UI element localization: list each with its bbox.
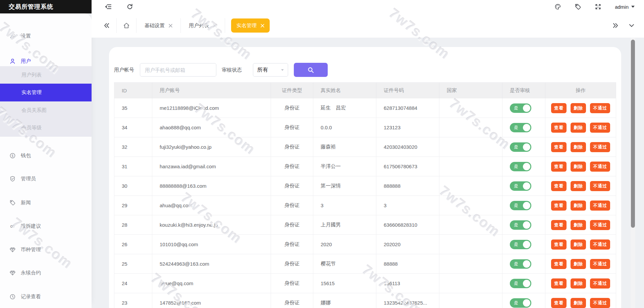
view-button[interactable]: 查看 [551, 181, 567, 191]
reject-button[interactable]: 不通过 [590, 181, 610, 191]
sidebar-item-settings[interactable]: 设置 [0, 29, 92, 43]
status-select[interactable]: 所有 [253, 63, 288, 77]
reject-button[interactable]: 不通过 [590, 103, 610, 113]
reject-button[interactable]: 不通过 [590, 162, 610, 172]
reject-button[interactable]: 不通过 [590, 201, 610, 211]
delete-button[interactable]: 删除 [571, 259, 586, 269]
toggle-label: 是 [514, 162, 518, 171]
cell-audited: 是 [502, 215, 545, 234]
col-header-id-number: 证件号码 [376, 83, 439, 98]
user-menu[interactable]: admin [615, 4, 635, 10]
audit-toggle-on[interactable]: 是 [510, 123, 531, 132]
reject-button[interactable]: 不通过 [590, 298, 610, 308]
sidebar-item-perpetual-contract[interactable]: 永续合约 [0, 266, 92, 279]
delete-button[interactable]: 删除 [571, 123, 586, 133]
reject-button[interactable]: 不通过 [590, 278, 610, 289]
theme-palette-icon[interactable] [554, 3, 561, 10]
cell-id: 30 [114, 176, 152, 195]
cell-id: 29 [114, 196, 152, 215]
sidebar-item-currency-management[interactable]: 币种管理 [0, 243, 92, 256]
reject-button[interactable]: 不通过 [590, 142, 610, 152]
reject-button[interactable]: 不通过 [590, 220, 610, 230]
view-button[interactable]: 查看 [551, 142, 567, 152]
delete-button[interactable]: 删除 [571, 181, 586, 191]
sidebar-item-label: 设置 [21, 33, 31, 39]
tabs-menu-chevron-icon[interactable] [628, 22, 635, 29]
delete-button[interactable]: 删除 [571, 220, 586, 230]
sidebar-item-wallet[interactable]: $ 钱包 [0, 149, 92, 162]
delete-button[interactable]: 删除 [571, 142, 586, 152]
sidebar-item-news[interactable]: 新闻 [0, 196, 92, 209]
delete-button[interactable]: 删除 [571, 162, 586, 172]
view-button[interactable]: 查看 [551, 201, 567, 211]
delete-button[interactable]: 删除 [571, 201, 586, 211]
tabs-scroll-right-icon[interactable] [612, 22, 619, 29]
sidebar-item-member-relation-graph[interactable]: 会员关系图 [0, 101, 92, 119]
audit-toggle-on[interactable]: 是 [510, 259, 531, 269]
tag-icon[interactable] [575, 3, 581, 10]
sidebar-item-admin[interactable]: 管理员 [0, 172, 92, 185]
collapse-sidebar-icon[interactable] [105, 3, 112, 10]
reject-button[interactable]: 不通过 [590, 123, 610, 133]
search-button[interactable] [294, 63, 328, 77]
delete-button[interactable]: 删除 [571, 298, 586, 308]
col-header-audited: 是否审核 [502, 83, 545, 98]
view-button[interactable]: 查看 [551, 278, 567, 289]
view-button[interactable]: 查看 [551, 162, 567, 172]
cell-id: 24 [114, 274, 152, 293]
chevron-down-icon [631, 6, 635, 8]
cell-id-number: 888888 [376, 176, 439, 195]
fullscreen-icon[interactable] [595, 3, 601, 10]
view-button[interactable]: 查看 [551, 259, 567, 269]
toggle-label: 是 [514, 123, 518, 132]
cell-id-type: 身份证 [271, 176, 313, 195]
reject-button[interactable]: 不通过 [590, 259, 610, 269]
tab-label: 用户列表 [189, 23, 209, 29]
view-button[interactable]: 查看 [551, 220, 567, 230]
delete-button[interactable]: 删除 [571, 239, 586, 250]
svg-text:$: $ [11, 154, 13, 158]
audit-toggle-on[interactable]: 是 [510, 298, 531, 308]
toggle-knob [523, 143, 530, 151]
audit-toggle-on[interactable]: 是 [510, 103, 531, 113]
home-tab-icon[interactable] [123, 22, 130, 29]
audit-toggle-on[interactable]: 是 [510, 162, 531, 171]
status-select-value: 所有 [257, 67, 268, 74]
close-icon[interactable] [213, 24, 217, 28]
audit-toggle-on[interactable]: 是 [510, 220, 531, 230]
sidebar-item-user-list[interactable]: 用户列表 [0, 66, 92, 84]
sidebar-item-realname-management[interactable]: 实名管理 [0, 84, 92, 101]
sidebar-item-user[interactable]: 用户 [0, 54, 92, 68]
toggle-knob [523, 280, 530, 287]
tab-user-list[interactable]: 用户列表 [187, 23, 219, 29]
account-search-input[interactable] [140, 63, 216, 77]
sidebar-item-records[interactable]: 记录查看 [0, 290, 92, 303]
tab-realname-management[interactable]: 实名管理 [231, 18, 270, 33]
table-row: 35 me12118898@iCloud.com 身份证 延生 昌宏 62871… [114, 98, 616, 118]
close-icon[interactable] [261, 24, 264, 28]
cell-id-type: 身份证 [271, 215, 313, 234]
main-panel: 用户帐号 审核状态 所有 ID 用户账号 证件类型 真实姓名 证件号码 国家 是… [109, 47, 621, 308]
cell-real-name: 藤森裕 [313, 137, 376, 157]
audit-toggle-on[interactable]: 是 [510, 279, 531, 288]
audit-toggle-on[interactable]: 是 [510, 142, 531, 152]
close-icon[interactable] [169, 24, 172, 28]
sidebar-item-member-level[interactable]: 会员等级 [0, 119, 92, 136]
reject-button[interactable]: 不通过 [590, 239, 610, 250]
tabs-scroll-left-icon[interactable] [103, 22, 110, 29]
audit-toggle-on[interactable]: 是 [510, 201, 531, 210]
view-button[interactable]: 查看 [551, 298, 567, 308]
cell-account: ahua@qq.com [152, 196, 271, 215]
scrollbar-thumb[interactable] [631, 40, 635, 228]
refresh-icon[interactable] [126, 3, 133, 10]
cell-actions: 查看 删除 不通过 [545, 176, 616, 195]
sidebar-item-complaints[interactable]: ∞ 投拆建议 [0, 219, 92, 233]
view-button[interactable]: 查看 [551, 103, 567, 113]
audit-toggle-on[interactable]: 是 [510, 181, 531, 191]
view-button[interactable]: 查看 [551, 123, 567, 133]
audit-toggle-on[interactable]: 是 [510, 240, 531, 249]
delete-button[interactable]: 删除 [571, 278, 586, 289]
delete-button[interactable]: 删除 [571, 103, 586, 113]
view-button[interactable]: 查看 [551, 239, 567, 250]
tab-basic-settings[interactable]: 基础设置 [143, 23, 174, 29]
